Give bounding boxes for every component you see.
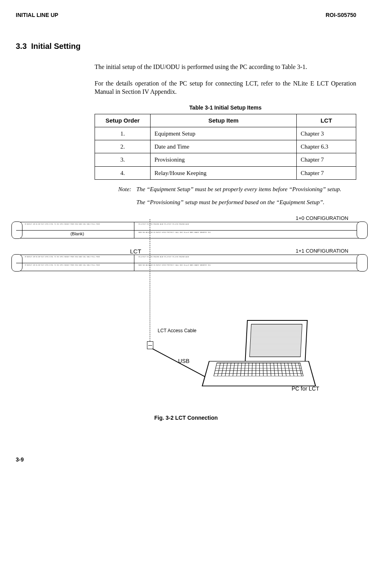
panel-label: PWR bbox=[71, 223, 74, 225]
cell-order: 1. bbox=[95, 127, 151, 140]
panel-label: NE bbox=[143, 231, 145, 233]
page-number: 3-9 bbox=[16, 456, 356, 463]
cell-order: 2. bbox=[95, 140, 151, 153]
table-header-row: Setup Order Setup Item LCT bbox=[95, 114, 356, 127]
panel-label: CBL bbox=[83, 256, 86, 258]
panel-label: OC-3 OUT bbox=[164, 256, 171, 258]
panel-label: ALM bbox=[186, 223, 189, 225]
table-row: 3. Provisioning Chapter 7 bbox=[95, 153, 356, 166]
panel-label: SC IN/OUT bbox=[153, 231, 161, 233]
panel-label: RX bbox=[57, 264, 59, 266]
setup-table: Setup Order Setup Item LCT 1. Equipment … bbox=[95, 114, 356, 180]
panel-label: AUX/ALM bbox=[146, 264, 153, 266]
cell-item: Relay/House Keeping bbox=[151, 166, 297, 179]
table-row: 4. Relay/House Keeping Chapter 7 bbox=[95, 166, 356, 179]
panel-label: XPIC CTRL bbox=[45, 256, 53, 258]
header-right: ROI-S05750 bbox=[326, 12, 356, 18]
panel-label: MAINT bbox=[194, 231, 199, 233]
panel-label: XIF IN bbox=[33, 264, 37, 266]
panel-label: PULL bbox=[91, 264, 95, 266]
laptop-icon bbox=[209, 320, 311, 395]
blank-slot-label: (Blank) bbox=[71, 231, 84, 236]
panel-label: PWR bbox=[71, 264, 74, 266]
note-text-2: The “Provisioning” setup must be perform… bbox=[136, 199, 356, 206]
panel-label: EOW bbox=[162, 264, 166, 266]
panel-label: IDU bbox=[208, 231, 211, 233]
rack-device-11: IF IN/OUT XIF IN XIF OUT XPIC CTRL TX RX… bbox=[16, 255, 363, 271]
panel-label: RX bbox=[57, 223, 59, 225]
panel-label: ODU bbox=[75, 256, 78, 258]
section-title: Initial Setting bbox=[31, 42, 81, 50]
panel-label: PULL bbox=[91, 223, 95, 225]
panel-label: RX bbox=[57, 256, 59, 258]
panel-label: OC-3 IN bbox=[172, 256, 178, 258]
panel-label: MDI bbox=[79, 256, 82, 258]
usb-label: USB bbox=[178, 358, 190, 364]
panel-label: MEMORY bbox=[200, 231, 207, 233]
panel-label: MAINT bbox=[194, 264, 199, 266]
panel-label: CALL bbox=[175, 231, 179, 233]
connection-diagram: LCT Access Cable USB PC for LCT bbox=[16, 271, 363, 405]
cell-order: 3. bbox=[95, 153, 151, 166]
panel-label: NLite E bbox=[184, 231, 189, 233]
panel-label: PROTECT bbox=[167, 231, 174, 233]
panel-label: MMC bbox=[190, 231, 194, 233]
cell-lct: Chapter 7 bbox=[297, 153, 356, 166]
figure-caption: Fig. 3-2 LCT Connection bbox=[16, 415, 356, 421]
panel-label: OC-3 OUT bbox=[138, 256, 146, 258]
panel-label: SELV bbox=[87, 256, 91, 258]
note-text-1: The “Equipment Setup” must be set proper… bbox=[136, 186, 356, 193]
panel-label: EOW bbox=[162, 231, 166, 233]
panel-label: PWR bbox=[96, 264, 100, 266]
panel-label: XIF OUT bbox=[38, 264, 45, 266]
access-cable-label: LCT Access Cable bbox=[158, 328, 197, 333]
panel-label: TX bbox=[54, 264, 56, 266]
panel-label: ALM bbox=[160, 256, 163, 258]
panel-label: ONLINE bbox=[179, 223, 185, 225]
diagram-area: 1+0 CONFIGURATION IF IN/OUT XIF IN XIF O… bbox=[16, 215, 356, 405]
panel-label: XIF IN bbox=[33, 256, 37, 258]
col-lct: LCT bbox=[297, 114, 356, 127]
panel-label: SC IN/OUT bbox=[153, 264, 161, 266]
note-block: Note: The “Equipment Setup” must be set … bbox=[118, 186, 356, 206]
panel-label: ONLINE bbox=[153, 223, 159, 225]
panel-label: PULL bbox=[91, 256, 95, 258]
panel-label: SELV bbox=[87, 223, 91, 225]
section-number: 3.3 bbox=[16, 42, 27, 50]
col-setup-order: Setup Order bbox=[95, 114, 151, 127]
panel-label: ALM bbox=[160, 223, 163, 225]
panel-label: OC-3 OUT bbox=[164, 223, 171, 225]
panel-label: OC-3 OUT bbox=[138, 223, 146, 225]
panel-label: PWR bbox=[71, 256, 74, 258]
cell-item: Provisioning bbox=[151, 153, 297, 166]
panel-label: ONLINE bbox=[179, 256, 185, 258]
panel-label: IF IN/OUT bbox=[25, 264, 32, 266]
panel-label: XPIC bbox=[60, 223, 63, 225]
panel-label: XIF OUT bbox=[38, 223, 45, 225]
panel-label: NMS bbox=[138, 231, 142, 233]
panel-label: XPIC bbox=[60, 264, 63, 266]
table-caption: Table 3-1 Initial Setup Items bbox=[95, 104, 356, 112]
panel-label: CALL bbox=[175, 264, 179, 266]
panel-label: NE bbox=[143, 264, 145, 266]
panel-label: NMS bbox=[138, 264, 142, 266]
panel-label: AUX/ALM bbox=[146, 231, 153, 233]
panel-label: MDI bbox=[79, 223, 82, 225]
panel-label: IF IN/OUT bbox=[25, 256, 32, 258]
cell-lct: Chapter 6.3 bbox=[297, 140, 356, 153]
note-label: Note: bbox=[118, 186, 136, 193]
cell-lct: Chapter 3 bbox=[297, 127, 356, 140]
panel-label: PWR bbox=[96, 223, 100, 225]
cell-item: Equipment Setup bbox=[151, 127, 297, 140]
panel-label: RESET bbox=[64, 264, 69, 266]
pc-for-lct-label: PC for LCT bbox=[292, 385, 319, 392]
rack-device-10: IF IN/OUT XIF IN XIF OUT XPIC CTRL TX RX… bbox=[16, 222, 363, 238]
panel-label: RESET bbox=[64, 223, 69, 225]
dashed-cable-icon bbox=[150, 219, 150, 341]
paragraph-1: The initial setup of the IDU/ODU is perf… bbox=[95, 63, 356, 71]
col-setup-item: Setup Item bbox=[151, 114, 297, 127]
panel-label: XIF IN bbox=[33, 223, 37, 225]
section-heading: 3.3 Initial Setting bbox=[16, 42, 356, 51]
panel-label: XPIC CTRL bbox=[45, 223, 53, 225]
rack-handle-icon bbox=[357, 254, 368, 272]
